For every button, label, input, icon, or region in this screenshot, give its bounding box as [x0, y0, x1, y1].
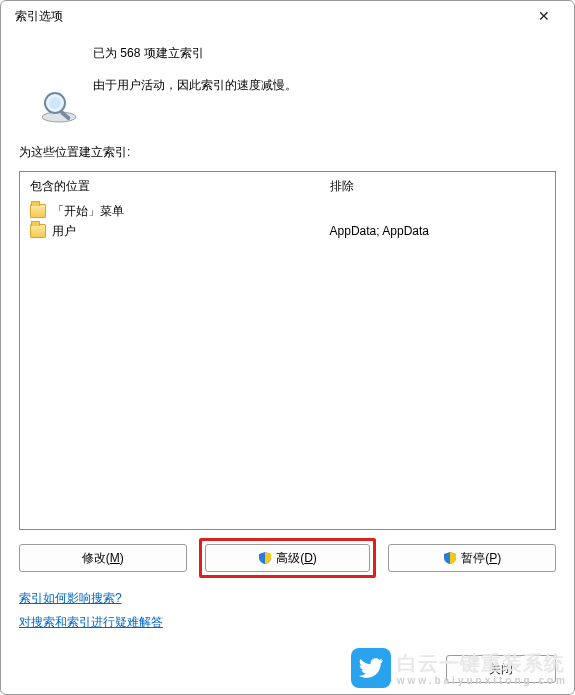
help-link-troubleshoot[interactable]: 对搜索和索引进行疑难解答 [19, 615, 163, 629]
dialog-footer: 关闭 [1, 648, 574, 694]
svg-point-0 [42, 112, 76, 122]
svg-point-2 [49, 97, 61, 109]
window-title: 索引选项 [15, 8, 63, 25]
excluded-header: 排除 [330, 178, 545, 201]
shield-icon [443, 551, 457, 565]
status-speed-text: 由于用户活动，因此索引的速度减慢。 [93, 75, 297, 97]
help-links: 索引如何影响搜索? 对搜索和索引进行疑难解答 [19, 586, 556, 634]
magnifier-icon [39, 87, 79, 130]
included-header: 包含的位置 [30, 178, 310, 201]
shield-icon [258, 551, 272, 565]
exclude-cell: AppData; AppData [330, 221, 545, 241]
location-name: 「开始」菜单 [52, 203, 124, 220]
titlebar: 索引选项 ✕ [1, 1, 574, 31]
list-item[interactable]: 「开始」菜单 [30, 201, 310, 221]
locations-listbox[interactable]: 包含的位置 「开始」菜单 用户 排除 AppData; AppData [19, 171, 556, 530]
close-button[interactable]: 关闭 [446, 655, 556, 683]
indexing-options-dialog: 索引选项 ✕ 已为 568 项建立索引 由于用户活动，因此索引的速度减慢。 为这… [0, 0, 575, 695]
advanced-button[interactable]: 高级(D) [205, 544, 371, 572]
pause-button[interactable]: 暂停(P) [388, 544, 556, 572]
status-count-text: 已为 568 项建立索引 [93, 43, 297, 65]
window-close-button[interactable]: ✕ [522, 1, 566, 31]
help-link-search[interactable]: 索引如何影响搜索? [19, 591, 122, 605]
close-icon: ✕ [538, 8, 550, 24]
status-area: 已为 568 项建立索引 由于用户活动，因此索引的速度减慢。 [19, 43, 556, 96]
location-name: 用户 [52, 223, 76, 240]
dialog-content: 已为 568 项建立索引 由于用户活动，因此索引的速度减慢。 为这些位置建立索引… [1, 31, 574, 648]
included-column: 包含的位置 「开始」菜单 用户 [20, 172, 320, 529]
action-buttons: 修改(M) 高级(D) 暂停(P) [19, 544, 556, 572]
modify-button[interactable]: 修改(M) [19, 544, 187, 572]
exclude-cell [330, 201, 545, 221]
advanced-button-highlight: 高级(D) [199, 538, 377, 578]
folder-icon [30, 204, 46, 218]
list-item[interactable]: 用户 [30, 221, 310, 241]
folder-icon [30, 224, 46, 238]
excluded-column: 排除 AppData; AppData [320, 172, 555, 529]
locations-label: 为这些位置建立索引: [19, 144, 556, 161]
